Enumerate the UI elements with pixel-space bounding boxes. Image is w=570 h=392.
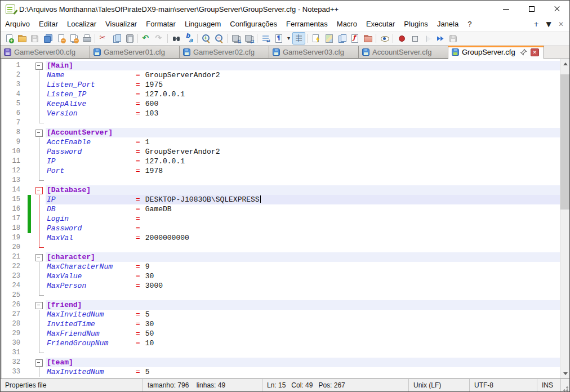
separator[interactable] [137,34,138,43]
scrollbar-thumb[interactable] [560,74,570,210]
fold-marker[interactable] [33,243,46,252]
code-text[interactable]: [friend] [46,300,560,310]
macro-play-button[interactable] [421,32,434,44]
code-text[interactable]: MaxFriendNum=50 [46,329,560,338]
function-list-button[interactable] [348,32,361,44]
menu-item[interactable]: Localizar [63,17,101,31]
code-text[interactable]: [AccountServer] [46,128,560,137]
file-tab[interactable]: GroupServer.cfg [448,46,544,59]
open-file-button[interactable] [15,32,28,44]
close-window-button[interactable] [544,1,569,17]
undo-button[interactable] [140,32,153,44]
fold-marker[interactable] [33,281,46,291]
close-file-button[interactable] [54,32,67,44]
close-tab-icon[interactable] [531,48,539,56]
code-text[interactable]: AcctEnable=1 [46,137,560,147]
menu-item[interactable]: Janela [433,17,463,31]
scroll-up-arrow[interactable] [560,59,570,69]
separator[interactable] [307,34,308,43]
fold-marker[interactable] [33,338,46,348]
fold-marker[interactable] [33,166,46,176]
show-all-characters-dropdown[interactable] [285,32,292,44]
fold-marker[interactable] [33,204,46,214]
scroll-down-arrow[interactable] [560,369,570,378]
code-text[interactable]: [Database] [46,185,560,195]
fold-marker[interactable] [33,291,46,300]
save-button[interactable] [28,32,41,44]
save-all-button[interactable] [41,32,54,44]
print-button[interactable] [80,32,93,44]
code-text[interactable]: KeepAlive=600 [46,99,560,109]
code-text[interactable]: Port=1978 [46,166,560,176]
fold-marker[interactable] [33,157,46,166]
menu-item[interactable]: Executar [362,17,399,31]
sync-horizontal-scroll-button[interactable] [242,32,255,44]
macro-save-button[interactable] [447,32,460,44]
zoom-out-button[interactable] [212,32,225,44]
code-area[interactable]: 1[Main] 2Name=GroupServerAndor2 3Listen_… [2,59,560,378]
separator[interactable] [197,34,198,43]
pin-tab-icon[interactable] [520,48,527,56]
vertical-scrollbar[interactable] [560,59,569,378]
fold-marker[interactable] [33,224,46,233]
fold-marker[interactable] [33,99,46,109]
redo-button[interactable] [153,32,166,44]
code-text[interactable]: InvitedTime=30 [46,319,560,329]
fold-marker[interactable] [33,310,46,319]
fold-marker[interactable] [33,80,46,90]
menu-item[interactable]: Arquivo [1,17,34,31]
code-text[interactable]: MaxInvitedNum=5 [46,310,560,319]
fold-marker[interactable] [33,147,46,157]
code-text[interactable]: [character] [46,252,560,262]
fold-marker[interactable] [33,252,46,262]
fold-marker[interactable] [33,367,46,377]
code-text[interactable] [46,176,560,185]
zoom-in-button[interactable] [199,32,212,44]
menu-item[interactable]: Configurações [225,17,282,31]
menu-item[interactable]: Linguagem [180,17,225,31]
paste-button[interactable] [123,32,136,44]
fold-marker[interactable] [33,329,46,338]
code-text[interactable]: MaxInvitedNum=5 [46,367,560,377]
fold-marker[interactable] [33,348,46,358]
sync-vertical-scroll-button[interactable] [229,32,242,44]
fold-marker[interactable] [33,262,46,271]
code-text[interactable]: [team] [46,358,560,367]
new-file-button[interactable] [2,32,15,44]
fold-marker[interactable] [33,61,46,70]
tab-list-dropdown[interactable]: ▼ [542,20,555,28]
separator[interactable] [227,34,228,43]
file-tab[interactable]: GameServer02.cfg [180,46,269,59]
separator[interactable] [376,34,376,43]
separator[interactable] [257,34,257,43]
fold-marker[interactable] [33,319,46,329]
new-tab-button[interactable]: + [530,20,542,28]
fold-marker[interactable] [33,128,46,137]
resize-grip[interactable] [561,379,569,392]
document-list-button[interactable] [335,32,348,44]
code-text[interactable]: [Main] [46,61,560,70]
file-tab[interactable]: GameServer03.cfg [269,46,359,59]
fold-marker[interactable] [33,137,46,147]
code-text[interactable]: MaxCharacterNum=9 [46,262,560,271]
minimize-button[interactable] [493,1,519,17]
macro-run-multiple-button[interactable] [434,32,447,44]
define-language-button[interactable] [309,32,322,44]
code-text[interactable]: Login= [46,214,560,224]
fold-marker[interactable] [33,118,46,128]
monitoring-button[interactable] [378,32,391,44]
copy-button[interactable] [110,32,123,44]
fold-marker[interactable] [33,90,46,99]
editor-pane[interactable]: 1[Main] 2Name=GroupServerAndor2 3Listen_… [1,59,569,378]
fold-marker[interactable] [33,271,46,281]
menu-item[interactable]: Editar [34,17,63,31]
separator[interactable] [95,34,95,43]
maximize-button[interactable] [519,1,544,17]
close-all-button[interactable] [67,32,80,44]
menu-item[interactable]: Visualizar [101,17,141,31]
code-text[interactable]: MaxValue=30 [46,271,560,281]
file-tab[interactable]: AccountServer.cfg [359,46,448,59]
code-text[interactable]: Password= [46,224,560,233]
code-text[interactable]: Listen_IP=127.0.0.1 [46,90,560,99]
menu-item[interactable]: Formatar [141,17,180,31]
